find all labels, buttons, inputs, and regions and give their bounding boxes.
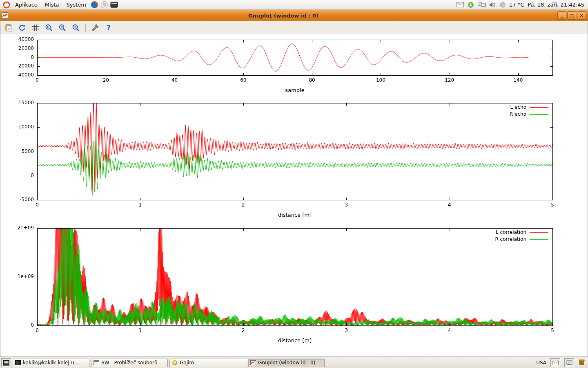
desktop: Aplikace Místa Systém bbox=[0, 0, 588, 368]
settings-wrench-icon[interactable] bbox=[90, 22, 100, 33]
plot-area bbox=[0, 34, 588, 357]
toolbar-separator bbox=[85, 24, 86, 32]
window-titlebar[interactable]: Gnuplot (window id : 0) ▁ ▢ ✕ bbox=[0, 10, 588, 21]
menu-applications[interactable]: Aplikace bbox=[12, 1, 41, 9]
top-panel: Aplikace Místa Systém bbox=[0, 0, 588, 10]
replot-refresh-icon[interactable] bbox=[17, 22, 27, 33]
help-icon[interactable]: ? bbox=[103, 22, 114, 33]
maximize-button[interactable]: ▢ bbox=[567, 11, 576, 20]
task-button-gajim[interactable]: Gajim bbox=[169, 359, 246, 367]
plot-canvas[interactable] bbox=[0, 34, 588, 357]
keyboard-layout-indicator[interactable]: USA bbox=[536, 360, 546, 366]
task-label: Gnuplot (window id : 0) bbox=[258, 360, 315, 366]
help-launcher-icon[interactable] bbox=[100, 0, 109, 9]
trash-applet-icon[interactable] bbox=[578, 359, 585, 367]
temperature-label: 17 °C bbox=[509, 2, 524, 8]
close-button[interactable]: ✕ bbox=[577, 11, 586, 20]
gnuplot-window-icon[interactable] bbox=[2, 12, 9, 19]
menu-system[interactable]: Systém bbox=[63, 1, 89, 9]
task-label: kaklik@kaklik-kolej-u... bbox=[23, 360, 79, 366]
taskbar-tray: USA bbox=[536, 358, 587, 367]
task-button-gnuplot[interactable]: Gnuplot (window id : 0) bbox=[248, 359, 325, 367]
menu-places[interactable]: Místa bbox=[42, 1, 62, 9]
show-desktop-icon[interactable] bbox=[1, 358, 11, 367]
update-manager-icon[interactable] bbox=[468, 2, 474, 8]
clock-applet[interactable]: Pá, 18. září, 21:42:45 bbox=[528, 2, 584, 8]
volume-icon[interactable] bbox=[489, 2, 496, 8]
zoom-previous-icon[interactable] bbox=[44, 22, 54, 33]
toggle-grid-icon[interactable] bbox=[30, 22, 41, 33]
taskbar: kaklik@kaklik-kolej-u... SW - Prohlížeč … bbox=[0, 357, 588, 368]
tray-mail-icon[interactable] bbox=[550, 358, 560, 367]
zoom-next-icon[interactable] bbox=[57, 22, 68, 33]
task-label: SW - Prohlížeč souborů bbox=[101, 360, 158, 366]
firefox-launcher-icon[interactable] bbox=[90, 0, 99, 9]
window-title: Gnuplot (window id : 0) bbox=[10, 13, 557, 19]
copy-to-clipboard-icon[interactable] bbox=[3, 22, 14, 33]
system-tray: 17 °C Pá, 18. září, 21:42:45 bbox=[457, 2, 586, 8]
task-button-terminal[interactable]: kaklik@kaklik-kolej-u... bbox=[13, 359, 89, 367]
network-displays-icon[interactable] bbox=[478, 2, 486, 8]
gnuplot-toolbar: ? bbox=[0, 21, 588, 35]
autoscale-zoom-icon[interactable] bbox=[71, 22, 81, 33]
task-button-file-manager[interactable]: SW - Prohlížeč souborů bbox=[91, 359, 168, 367]
tray-monitor-icon[interactable] bbox=[564, 358, 574, 367]
task-label: Gajim bbox=[180, 360, 194, 366]
ubuntu-menu-icon[interactable] bbox=[2, 0, 11, 9]
mail-notification-icon[interactable] bbox=[457, 2, 464, 7]
terminal-launcher-icon[interactable] bbox=[110, 0, 119, 9]
weather-icon[interactable] bbox=[500, 2, 506, 8]
minimize-button[interactable]: ▁ bbox=[557, 11, 566, 20]
gnuplot-window: Gnuplot (window id : 0) ▁ ▢ ✕ bbox=[0, 10, 588, 357]
